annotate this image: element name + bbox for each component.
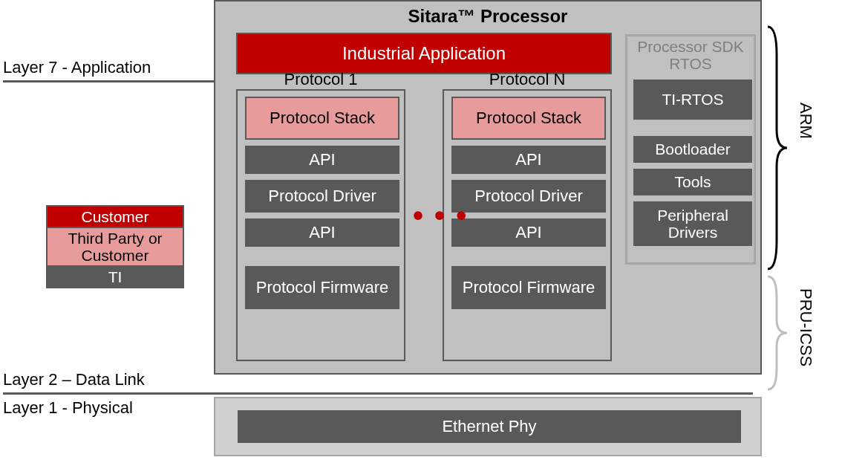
layer2-line <box>3 392 753 395</box>
peripheral-drivers: Peripheral Drivers <box>633 201 752 246</box>
protocol-firmware: Protocol Firmware <box>245 266 399 309</box>
api-upper: API <box>451 146 606 174</box>
api-upper: API <box>245 146 399 174</box>
layer7-line <box>3 80 214 82</box>
physical-layer-box: Ethernet Phy <box>214 397 762 456</box>
protocol-driver: Protocol Driver <box>245 180 399 213</box>
processor-box: Sitara™ Processor Industrial Application… <box>214 0 762 375</box>
pru-bracket-icon <box>766 275 789 391</box>
protocol-n-label: Protocol N <box>444 70 610 89</box>
bootloader: Bootloader <box>633 136 752 163</box>
sdk-title: Processor SDK RTOS <box>627 38 754 72</box>
tools: Tools <box>633 169 752 195</box>
protocol-stack: Protocol Stack <box>451 97 606 140</box>
protocol-stack: Protocol Stack <box>245 97 399 140</box>
arm-label: ARM <box>796 103 815 139</box>
layer7-label: Layer 7 - Application <box>3 58 151 77</box>
pru-icss-label: PRU-ICSS <box>796 288 815 366</box>
legend: Customer Third Party or Customer TI <box>46 205 184 288</box>
layer1-label: Layer 1 - Physical <box>3 398 133 418</box>
api-lower: API <box>245 218 399 247</box>
protocol-driver: Protocol Driver <box>451 180 606 213</box>
protocol-firmware: Protocol Firmware <box>451 266 606 309</box>
legend-ti: TI <box>48 267 183 287</box>
ellipsis-icon: • • • <box>413 199 468 233</box>
api-lower: API <box>451 218 606 247</box>
legend-thirdparty: Third Party or Customer <box>48 228 183 267</box>
legend-customer: Customer <box>48 207 183 228</box>
layer2-label: Layer 2 – Data Link <box>3 370 145 389</box>
arm-bracket-icon <box>766 25 789 271</box>
processor-title: Sitara™ Processor <box>215 6 760 27</box>
industrial-application: Industrial Application <box>236 33 612 74</box>
protocol-1-label: Protocol 1 <box>238 70 404 89</box>
protocol-1-box: Protocol 1 Protocol Stack API Protocol D… <box>236 89 405 361</box>
ti-rtos: TI-RTOS <box>633 80 752 120</box>
sdk-box: Processor SDK RTOS TI-RTOS Bootloader To… <box>625 34 756 265</box>
ethernet-phy: Ethernet Phy <box>238 410 741 443</box>
